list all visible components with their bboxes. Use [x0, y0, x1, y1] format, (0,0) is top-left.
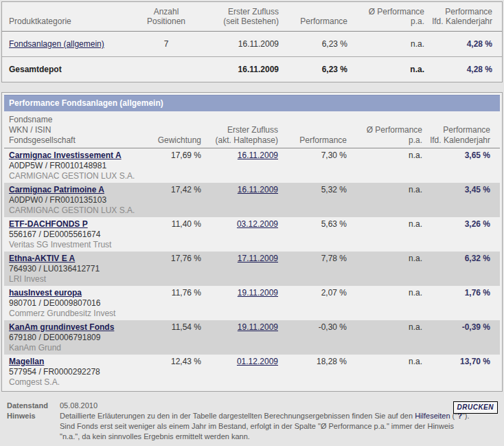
performance-value: 7,30 % — [278, 150, 347, 160]
wkn-isin: 556167 / DE0005561674 — [9, 229, 153, 239]
fondsanlagen-link[interactable]: Fondsanlagen (allgemein) — [9, 39, 104, 49]
fund-company: LRI Invest — [9, 274, 153, 284]
fund-name-link[interactable]: Carmignac Investissement A — [9, 150, 122, 160]
fund-row: Carmignac Patrimoine A A0DPW0 / FR001013… — [4, 183, 500, 217]
performance-pa-value: n.a. — [347, 184, 422, 194]
weight-value: 12,43 % — [153, 356, 201, 366]
header-performance: Performance — [279, 16, 347, 26]
performance-pa-value: n.a. — [347, 287, 422, 298]
hinweis-row: Hinweis Detaillierte Erläuterungen zu de… — [7, 411, 503, 442]
performance-pa-value: n.a. — [347, 65, 424, 74]
wkn-isin: A0DPW0 / FR0010135103 — [9, 194, 153, 205]
summary-table-header: Produktkategorie Anzahl Positionen Erste… — [2, 2, 502, 32]
performance-pa-value: n.a. — [347, 150, 422, 160]
performance-pa-value: n.a. — [347, 356, 422, 366]
fund-company: KanAm Grund — [9, 342, 153, 353]
header-performance-pa: Ø Performance p.a. — [347, 125, 422, 146]
wkn-isin: A0DP5W / FR0010148981 — [9, 160, 153, 170]
header-fondsname: Fondsname WKN / ISIN Fondsgesellschaft — [9, 115, 153, 146]
hilfeseiten-link[interactable]: Hilfeseiten — [415, 412, 450, 420]
datenstand-row: Datenstand 05.08.2010 — [7, 401, 503, 411]
wkn-isin: 679180 / DE0006791809 — [9, 332, 153, 342]
fund-table-title: Performance Fondsanlagen (allgemein) — [4, 95, 500, 111]
weight-value: 11,76 % — [153, 287, 201, 298]
fund-name-link[interactable]: Magellan — [9, 357, 44, 366]
performance-pa-value: n.a. — [347, 219, 422, 229]
fund-company: Comgest S.A. — [9, 377, 153, 387]
weight-value: 17,42 % — [153, 184, 201, 194]
performance-ytd-value: 13,70 % — [422, 356, 490, 366]
performance-value: 7,78 % — [278, 253, 347, 263]
performance-ytd-value: 3,45 % — [422, 184, 490, 194]
header-erster-zufluss: Erster Zufluss (seit Bestehen) — [193, 7, 279, 26]
weight-value: 17,69 % — [153, 150, 201, 160]
performance-pa-value: n.a. — [347, 322, 422, 332]
datenstand-label: Datenstand — [7, 401, 60, 411]
inflow-date-link[interactable]: 01.12.2009 — [237, 357, 278, 366]
fund-name-link[interactable]: Ethna-AKTIV E A — [9, 254, 75, 263]
header-performance-ytd: Performance lfd. Kalenderjahr — [424, 7, 492, 26]
wkn-isin: 764930 / LU0136412771 — [9, 263, 153, 274]
fund-name-link[interactable]: Carmignac Patrimoine A — [9, 185, 104, 194]
inflow-date-link[interactable]: 16.11.2009 — [238, 150, 278, 160]
summary-row-gesamtdepot: Gesamtdepot 16.11.2009 6,23 % n.a. 4,28 … — [2, 57, 502, 82]
inflow-date-link[interactable]: 03.12.2009 — [237, 219, 278, 229]
inflow-date-link[interactable]: 19.11.2009 — [238, 288, 278, 298]
header-gewichtung: Gewichtung — [153, 135, 201, 146]
fund-row: Ethna-AKTIV E A 764930 / LU0136412771 LR… — [4, 252, 500, 286]
footer-notes: DRUCKEN Datenstand 05.08.2010 Hinweis De… — [1, 401, 503, 446]
hinweis-text: Detaillierte Erläuterungen zu den in der… — [60, 411, 472, 442]
weight-value: 17,76 % — [153, 253, 201, 263]
performance-ytd-value: 4,28 % — [424, 39, 492, 49]
performance-ytd-value: 1,76 % — [422, 287, 490, 298]
performance-value: 5,63 % — [278, 219, 347, 229]
inflow-date-link[interactable]: 17.11.2009 — [238, 254, 278, 263]
header-anzahl-positionen: Anzahl Positionen — [139, 7, 193, 26]
fund-company: CARMIGNAC GESTION LUX S.A. — [9, 205, 153, 215]
weight-value: 11,54 % — [153, 322, 201, 332]
fund-company: CARMIGNAC GESTION LUX S.A. — [9, 170, 153, 181]
summary-table: Produktkategorie Anzahl Positionen Erste… — [1, 1, 503, 82]
wkn-isin: 980701 / DE0009807016 — [9, 298, 153, 308]
summary-row-fondsanlagen: Fondsanlagen (allgemein) 7 16.11.2009 6,… — [2, 32, 502, 57]
performance-ytd-value: 4,28 % — [424, 65, 492, 74]
weight-value: 11,40 % — [153, 219, 201, 229]
header-performance-pa: Ø Performance p.a. — [347, 7, 424, 26]
fund-company: Veritas SG Investment Trust — [9, 239, 153, 249]
fund-performance-table: Performance Fondsanlagen (allgemein) Fon… — [1, 92, 503, 392]
fund-name-link[interactable]: KanAm grundinvest Fonds — [9, 322, 114, 332]
fund-row: ETF-DACHFONDS P 556167 / DE0005561674 Ve… — [4, 217, 500, 252]
inflow-date-link[interactable]: 19.11.2009 — [238, 322, 278, 332]
fund-row: Magellan 577954 / FR0000292278 Comgest S… — [4, 355, 500, 389]
inflow-date-link[interactable]: 16.11.2009 — [238, 185, 278, 194]
performance-value: 6,23 % — [279, 65, 347, 74]
performance-pa-value: n.a. — [347, 39, 424, 49]
header-performance-ytd: Performance lfd. Kalenderjahr — [422, 125, 490, 146]
fund-row: KanAm grundinvest Fonds 679180 / DE00067… — [4, 320, 500, 355]
fund-company: Commerz Grundbesitz Invest — [9, 308, 153, 318]
performance-value: 18,28 % — [278, 356, 347, 366]
fund-name-link[interactable]: hausInvest europa — [9, 288, 82, 298]
header-produktkategorie: Produktkategorie — [9, 16, 139, 26]
hinweis-label: Hinweis — [7, 411, 60, 442]
performance-ytd-value: -0,39 % — [422, 322, 490, 332]
page: Produktkategorie Anzahl Positionen Erste… — [0, 0, 504, 446]
wkn-isin: 577954 / FR0000292278 — [9, 366, 153, 377]
positions-value: 7 — [139, 39, 193, 49]
fund-row: hausInvest europa 980701 / DE0009807016 … — [4, 286, 500, 320]
performance-value: 5,32 % — [278, 184, 347, 194]
performance-ytd-value: 3,26 % — [422, 219, 490, 229]
performance-ytd-value: 3,65 % — [422, 150, 490, 160]
inflow-date: 16.11.2009 — [193, 65, 279, 74]
performance-value: 2,07 % — [278, 287, 347, 298]
header-performance: Performance — [278, 135, 347, 146]
performance-ytd-value: 6,32 % — [422, 253, 490, 263]
performance-pa-value: n.a. — [347, 253, 422, 263]
fund-row: Carmignac Investissement A A0DP5W / FR00… — [4, 148, 500, 183]
gesamtdepot-label: Gesamtdepot — [9, 65, 139, 74]
print-button[interactable]: DRUCKEN — [453, 401, 499, 414]
datenstand-value: 05.08.2010 — [60, 401, 472, 411]
header-erster-zufluss: Erster Zufluss (akt. Haltephase) — [201, 125, 278, 146]
performance-value: -0,30 % — [278, 322, 347, 332]
fund-name-link[interactable]: ETF-DACHFONDS P — [9, 219, 88, 229]
